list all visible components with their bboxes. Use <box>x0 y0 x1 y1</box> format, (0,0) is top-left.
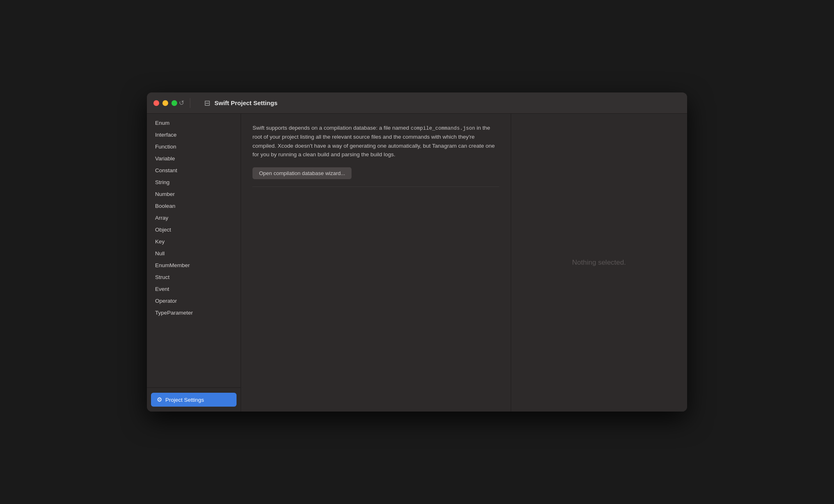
window-body: Enum Interface Function Variable Constan… <box>147 114 687 412</box>
sidebar-items: Enum Interface Function Variable Constan… <box>147 114 241 387</box>
sidebar-item-variable[interactable]: Variable <box>147 153 241 164</box>
sidebar-item-null[interactable]: Null <box>147 248 241 259</box>
sidebar-item-typeparameter[interactable]: TypeParameter <box>147 307 241 319</box>
sidebar-footer: ⚙ Project Settings <box>147 387 241 412</box>
sidebar-item-event[interactable]: Event <box>147 283 241 295</box>
sidebar-item-operator[interactable]: Operator <box>147 295 241 307</box>
project-settings-label: Project Settings <box>165 397 204 403</box>
app-window: ↺ ⊟ Swift Project Settings Enum Interfac… <box>147 92 687 412</box>
detail-panel: Nothing selected. <box>511 114 687 412</box>
sidebar-item-function[interactable]: Function <box>147 141 241 153</box>
titlebar: ↺ ⊟ Swift Project Settings <box>147 92 687 114</box>
section-divider <box>252 187 499 187</box>
nothing-selected-label: Nothing selected. <box>572 259 626 267</box>
sidebar: Enum Interface Function Variable Constan… <box>147 114 241 412</box>
close-button[interactable] <box>153 100 159 106</box>
sidebar-item-string[interactable]: String <box>147 176 241 188</box>
sidebar-item-number[interactable]: Number <box>147 188 241 200</box>
sidebar-item-object[interactable]: Object <box>147 224 241 236</box>
titlebar-center: ⊟ Swift Project Settings <box>196 99 681 108</box>
description-text: Swift supports depends on a compilation … <box>252 124 499 159</box>
sidebar-item-enum[interactable]: Enum <box>147 117 241 129</box>
sidebar-item-interface[interactable]: Interface <box>147 129 241 141</box>
wizard-button[interactable]: Open compilation database wizard... <box>252 167 352 179</box>
traffic-lights <box>153 100 177 106</box>
sidebar-item-array[interactable]: Array <box>147 212 241 224</box>
sidebar-item-enummember[interactable]: EnumMember <box>147 259 241 271</box>
gear-icon: ⚙ <box>157 396 162 403</box>
sidebar-item-constant[interactable]: Constant <box>147 164 241 176</box>
sidebar-toggle-icon[interactable]: ⊟ <box>204 99 210 108</box>
main-content: Swift supports depends on a compilation … <box>241 114 687 412</box>
code-inline: compile_commands.json <box>411 126 476 131</box>
minimize-button[interactable] <box>162 100 168 106</box>
titlebar-title: Swift Project Settings <box>214 99 277 106</box>
sidebar-item-key[interactable]: Key <box>147 236 241 248</box>
project-settings-button[interactable]: ⚙ Project Settings <box>151 393 237 407</box>
refresh-icon[interactable]: ↺ <box>179 99 184 107</box>
sidebar-item-struct[interactable]: Struct <box>147 271 241 283</box>
content-panel: Swift supports depends on a compilation … <box>241 114 687 412</box>
settings-area: Swift supports depends on a compilation … <box>241 114 511 412</box>
maximize-button[interactable] <box>171 100 177 106</box>
sidebar-item-boolean[interactable]: Boolean <box>147 200 241 212</box>
titlebar-divider <box>190 98 190 108</box>
